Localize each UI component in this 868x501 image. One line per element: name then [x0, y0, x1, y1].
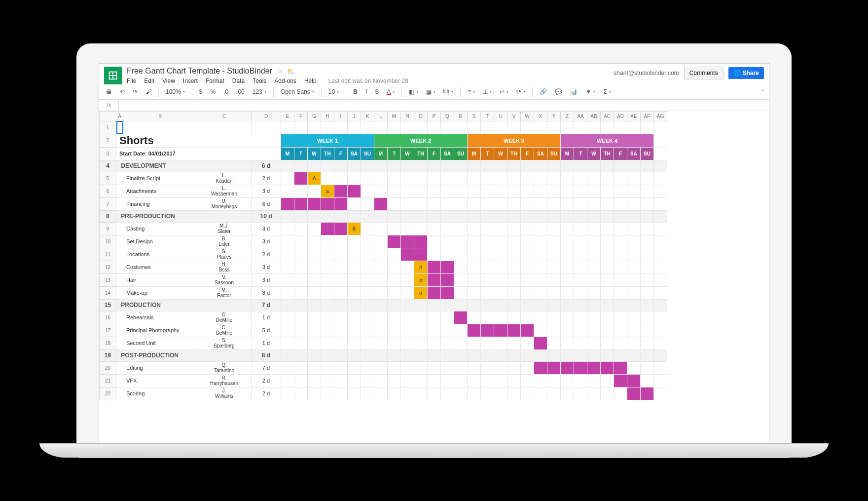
paint-format-icon[interactable]: 🖌 [143, 86, 154, 97]
gantt-cell[interactable] [441, 311, 454, 324]
gantt-cell[interactable] [334, 299, 348, 311]
gantt-cell[interactable] [614, 261, 627, 273]
fill-color-icon[interactable]: ◧ [406, 86, 421, 97]
gantt-cell[interactable] [641, 349, 654, 361]
gantt-cell[interactable] [574, 311, 587, 324]
section-name[interactable]: DEVELOPMENT [116, 160, 252, 172]
gantt-cell[interactable] [294, 210, 308, 222]
gantt-cell[interactable] [348, 337, 361, 349]
gantt-cell[interactable] [414, 197, 428, 210]
gantt-cell[interactable] [561, 273, 574, 286]
gantt-cell[interactable] [454, 185, 468, 197]
gantt-cell[interactable] [587, 210, 601, 222]
gantt-cell[interactable] [574, 197, 587, 210]
gantt-cell[interactable] [294, 324, 308, 337]
gantt-cell[interactable] [627, 172, 641, 185]
gantt-cell[interactable] [494, 374, 507, 387]
gantt-cell[interactable] [601, 311, 614, 324]
percent-icon[interactable]: % [207, 86, 218, 97]
col-head-N[interactable]: N [401, 111, 414, 121]
gantt-cell[interactable] [334, 311, 348, 324]
gantt-cell[interactable] [321, 324, 334, 337]
comment-icon[interactable]: 💬 [552, 86, 565, 97]
gantt-cell[interactable] [348, 235, 361, 248]
increase-decimal-icon[interactable]: .00 [233, 86, 248, 97]
gantt-cell[interactable] [494, 222, 507, 235]
gantt-cell[interactable] [627, 324, 641, 337]
gantt-cell[interactable] [441, 349, 454, 361]
row-head-13[interactable]: 13 [100, 273, 116, 286]
gantt-cell[interactable] [601, 273, 614, 286]
gantt-cell[interactable] [627, 210, 641, 222]
gantt-cell[interactable] [348, 387, 361, 400]
gantt-cell[interactable] [388, 235, 401, 248]
gantt-cell[interactable] [468, 210, 481, 222]
gantt-cell[interactable] [601, 361, 614, 374]
gantt-cell[interactable] [334, 210, 348, 222]
task-duration[interactable]: 3 d [252, 261, 281, 273]
gantt-cell[interactable] [348, 197, 361, 210]
italic-icon[interactable]: I [362, 86, 370, 97]
gantt-cell[interactable] [521, 210, 534, 222]
gantt-cell[interactable] [401, 311, 414, 324]
gantt-cell[interactable] [308, 248, 321, 261]
task-owner[interactable]: S.Spielberg [197, 337, 252, 349]
gantt-cell[interactable] [334, 235, 348, 248]
gantt-cell[interactable] [507, 235, 521, 248]
bold-icon[interactable]: B [350, 86, 361, 97]
gantt-cell[interactable] [481, 374, 494, 387]
gantt-cell[interactable] [587, 349, 601, 361]
gantt-cell[interactable] [507, 374, 521, 387]
gantt-cell[interactable] [587, 337, 601, 349]
gantt-cell[interactable] [428, 311, 441, 324]
gantt-cell[interactable] [641, 185, 654, 197]
gantt-cell[interactable] [334, 185, 348, 197]
gantt-cell[interactable] [374, 210, 388, 222]
gantt-cell[interactable] [507, 185, 521, 197]
gantt-cell[interactable] [587, 299, 601, 311]
row-head-5[interactable]: 5 [100, 172, 116, 185]
gantt-cell[interactable] [507, 248, 521, 261]
gantt-cell[interactable] [481, 311, 494, 324]
gantt-cell[interactable] [574, 185, 587, 197]
gantt-cell[interactable] [361, 222, 374, 235]
gantt-cell[interactable] [641, 286, 654, 299]
col-head-C[interactable]: C [197, 111, 252, 121]
gantt-cell[interactable] [627, 261, 641, 273]
gantt-cell[interactable] [521, 235, 534, 248]
gantt-cell[interactable] [374, 311, 388, 324]
gantt-cell[interactable] [441, 324, 454, 337]
gantt-cell[interactable] [507, 261, 521, 273]
gantt-cell[interactable] [414, 324, 428, 337]
gantt-cell[interactable] [574, 299, 587, 311]
gantt-cell[interactable] [534, 197, 547, 210]
merge-icon[interactable]: ⿻ [440, 86, 456, 97]
gantt-cell[interactable] [321, 387, 334, 400]
task-duration[interactable]: 2 d [252, 387, 281, 400]
col-head-J[interactable]: J [348, 111, 361, 121]
gantt-cell[interactable] [441, 286, 454, 299]
gantt-cell[interactable] [561, 160, 574, 172]
menu-view[interactable]: View [162, 77, 175, 84]
gantt-cell[interactable] [374, 197, 388, 210]
gantt-cell[interactable] [428, 286, 441, 299]
gantt-cell[interactable] [454, 261, 468, 273]
gantt-cell[interactable] [481, 273, 494, 286]
gantt-cell[interactable] [334, 337, 348, 349]
gantt-cell[interactable] [454, 361, 468, 374]
gantt-cell[interactable] [441, 248, 454, 261]
gantt-cell[interactable] [547, 387, 561, 400]
gantt-cell[interactable] [614, 286, 627, 299]
gantt-cell[interactable] [468, 185, 481, 197]
gantt-cell[interactable] [361, 299, 374, 311]
gantt-cell[interactable] [521, 261, 534, 273]
gantt-cell[interactable] [574, 286, 587, 299]
gantt-cell[interactable] [468, 349, 481, 361]
gantt-cell[interactable] [281, 261, 294, 273]
gantt-cell[interactable] [361, 349, 374, 361]
gantt-cell[interactable] [574, 261, 587, 273]
gantt-cell[interactable] [454, 273, 468, 286]
gantt-cell[interactable] [321, 160, 334, 172]
task-owner[interactable]: M.J.Slater [197, 222, 252, 235]
gantt-cell[interactable] [414, 337, 428, 349]
